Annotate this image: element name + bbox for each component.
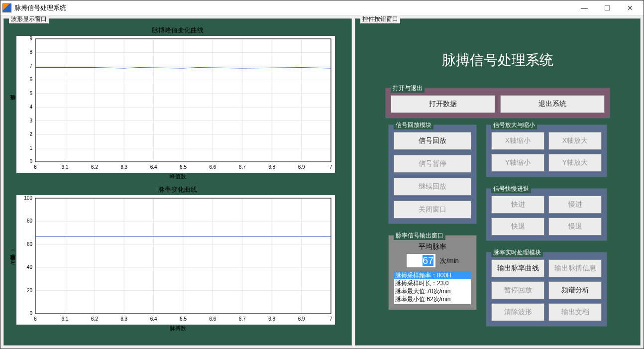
chart-peak-plot: 66.16.26.36.46.56.66.76.86.970123456789 bbox=[16, 36, 335, 173]
app-window: 脉搏信号处理系统 — ☐ ✕ 波形显示窗口 脉搏峰值变化曲线 峰值 66.16.… bbox=[0, 0, 644, 349]
output-rate-curve-button[interactable]: 输出脉率曲线 bbox=[491, 259, 544, 277]
svg-text:6.4: 6.4 bbox=[150, 164, 157, 170]
output-pulse-info-button[interactable]: 输出脉搏信息 bbox=[548, 259, 602, 277]
chart-peak-title: 脉搏峰值变化曲线 bbox=[152, 26, 204, 35]
svg-text:6: 6 bbox=[34, 316, 37, 322]
svg-text:6.9: 6.9 bbox=[298, 316, 305, 322]
fast-forward-button[interactable]: 快进 bbox=[491, 196, 544, 214]
svg-text:6.8: 6.8 bbox=[268, 316, 275, 322]
system-title: 脉搏信号处理系统 bbox=[360, 51, 635, 70]
svg-text:6.2: 6.2 bbox=[91, 316, 98, 322]
playback-legend: 信号回放模块 bbox=[394, 121, 433, 129]
speed-legend: 信号快慢进退 bbox=[491, 185, 531, 193]
slow-forward-button[interactable]: 慢进 bbox=[548, 196, 602, 214]
close-window-button[interactable]: 关闭窗口 bbox=[394, 201, 471, 219]
svg-text:6.2: 6.2 bbox=[91, 164, 98, 170]
svg-text:7: 7 bbox=[329, 316, 332, 322]
output-legend: 脉率信号输出窗口 bbox=[394, 232, 445, 240]
app-icon bbox=[2, 3, 11, 12]
open-data-button[interactable]: 打开数据 bbox=[391, 95, 495, 113]
minimize-button[interactable]: — bbox=[573, 0, 596, 15]
svg-text:4: 4 bbox=[29, 104, 32, 110]
chart-rate-title: 脉率变化曲线 bbox=[158, 185, 197, 194]
avg-rate-unit: 次/min bbox=[440, 256, 459, 265]
realtime-legend: 脉率实时处理模块 bbox=[491, 248, 543, 257]
list-item[interactable]: 脉搏采样时长：23.0 bbox=[394, 279, 471, 287]
titlebar: 脉搏信号处理系统 — ☐ ✕ bbox=[0, 0, 644, 15]
svg-text:3: 3 bbox=[29, 118, 32, 123]
svg-text:7: 7 bbox=[329, 164, 332, 170]
list-item[interactable]: 脉率最小值:62次/min bbox=[394, 295, 471, 303]
signal-resume-button[interactable]: 继续回放 bbox=[394, 178, 471, 196]
avg-rate-value[interactable]: 67 bbox=[406, 253, 436, 268]
svg-text:6.5: 6.5 bbox=[180, 316, 187, 322]
chart-rate-ylabel: 脉率（次/min） bbox=[9, 254, 16, 265]
list-item[interactable]: 脉搏采样频率：800H bbox=[394, 271, 471, 279]
waveform-panel: 波形显示窗口 脉搏峰值变化曲线 峰值 66.16.26.36.46.56.66.… bbox=[3, 18, 352, 346]
svg-text:6.3: 6.3 bbox=[120, 164, 127, 170]
svg-text:60: 60 bbox=[27, 241, 33, 246]
slow-back-button[interactable]: 慢退 bbox=[548, 218, 602, 235]
svg-text:0: 0 bbox=[29, 159, 32, 164]
y-shrink-button[interactable]: Y轴缩小 bbox=[491, 154, 544, 172]
svg-text:7: 7 bbox=[29, 63, 32, 69]
svg-text:6.6: 6.6 bbox=[209, 316, 216, 322]
x-shrink-button[interactable]: X轴缩小 bbox=[491, 132, 544, 150]
svg-text:6.5: 6.5 bbox=[180, 164, 187, 170]
exit-system-button[interactable]: 退出系统 bbox=[500, 95, 605, 113]
svg-text:6.7: 6.7 bbox=[239, 164, 246, 170]
svg-text:5: 5 bbox=[29, 91, 32, 96]
spectrum-analysis-button[interactable]: 频谱分析 bbox=[548, 281, 602, 299]
svg-text:6.8: 6.8 bbox=[268, 164, 275, 170]
svg-text:6: 6 bbox=[29, 77, 32, 82]
svg-text:6: 6 bbox=[34, 164, 37, 170]
speed-group: 信号快慢进退 快进 慢进 快退 慢退 bbox=[486, 188, 607, 241]
x-enlarge-button[interactable]: X轴放大 bbox=[548, 132, 602, 150]
fast-back-button[interactable]: 快退 bbox=[491, 218, 544, 235]
output-group: 脉率信号输出窗口 平均脉率 67 次/min 脉搏采样频率：800H 脉搏采样时… bbox=[388, 235, 477, 310]
svg-text:80: 80 bbox=[27, 218, 33, 224]
open-exit-legend: 打开与退出 bbox=[391, 84, 425, 93]
signal-play-button[interactable]: 信号回放 bbox=[394, 132, 471, 150]
svg-text:9: 9 bbox=[29, 36, 32, 41]
info-listbox[interactable]: 脉搏采样频率：800H 脉搏采样时长：23.0 脉率最大值:70次/min 脉率… bbox=[394, 271, 471, 305]
zoom-group: 信号放大与缩小 X轴缩小 X轴放大 Y轴缩小 Y轴放大 bbox=[486, 124, 607, 177]
svg-text:2: 2 bbox=[29, 131, 32, 137]
avg-rate-label: 平均脉率 bbox=[394, 242, 471, 251]
list-item[interactable]: 脉率最大值:70次/min bbox=[394, 287, 471, 295]
playback-group: 信号回放模块 信号回放 信号暂停 继续回放 关闭窗口 bbox=[388, 124, 477, 224]
svg-text:6.3: 6.3 bbox=[120, 316, 127, 322]
svg-text:100: 100 bbox=[24, 195, 32, 201]
control-panel-legend: 控件按钮窗口 bbox=[360, 15, 400, 23]
svg-text:0: 0 bbox=[29, 311, 32, 316]
chart-rate-xlabel: 脉搏数 bbox=[170, 325, 186, 332]
zoom-legend: 信号放大与缩小 bbox=[491, 121, 537, 129]
svg-text:1: 1 bbox=[29, 145, 32, 151]
output-doc-button[interactable]: 输出文档 bbox=[548, 303, 602, 321]
svg-text:6.9: 6.9 bbox=[298, 164, 305, 170]
control-panel: 控件按钮窗口 脉搏信号处理系统 打开与退出 打开数据 退出系统 信号回放模块 信… bbox=[355, 18, 641, 346]
svg-text:40: 40 bbox=[27, 264, 33, 270]
window-title: 脉搏信号处理系统 bbox=[14, 3, 66, 12]
svg-text:6.7: 6.7 bbox=[239, 316, 246, 322]
svg-text:6.1: 6.1 bbox=[61, 316, 68, 322]
maximize-button[interactable]: ☐ bbox=[596, 0, 619, 15]
y-enlarge-button[interactable]: Y轴放大 bbox=[548, 154, 602, 172]
svg-text:6.4: 6.4 bbox=[150, 316, 157, 322]
svg-text:6.6: 6.6 bbox=[209, 164, 216, 170]
open-exit-group: 打开与退出 打开数据 退出系统 bbox=[385, 88, 610, 118]
waveform-panel-legend: 波形显示窗口 bbox=[9, 15, 49, 23]
close-button[interactable]: ✕ bbox=[619, 0, 642, 15]
chart-peak-xlabel: 峰值数 bbox=[170, 173, 186, 180]
svg-text:8: 8 bbox=[29, 49, 32, 55]
signal-pause-button[interactable]: 信号暂停 bbox=[394, 155, 471, 173]
realtime-group: 脉率实时处理模块 输出脉率曲线 输出脉搏信息 暂停回放 频谱分析 清除波形 输出… bbox=[486, 252, 607, 327]
pause-playback-button[interactable]: 暂停回放 bbox=[491, 281, 544, 299]
chart-rate-wrap: 脉率变化曲线 脉率（次/min） 66.16.26.36.46.56.66.76… bbox=[9, 185, 346, 341]
svg-text:20: 20 bbox=[27, 287, 33, 293]
clear-waveform-button[interactable]: 清除波形 bbox=[491, 303, 544, 321]
chart-rate-plot: 66.16.26.36.46.56.66.76.86.9702040608010… bbox=[16, 195, 335, 325]
chart-peak-wrap: 脉搏峰值变化曲线 峰值 66.16.26.36.46.56.66.76.86.9… bbox=[9, 26, 346, 181]
svg-text:6.1: 6.1 bbox=[61, 164, 68, 170]
